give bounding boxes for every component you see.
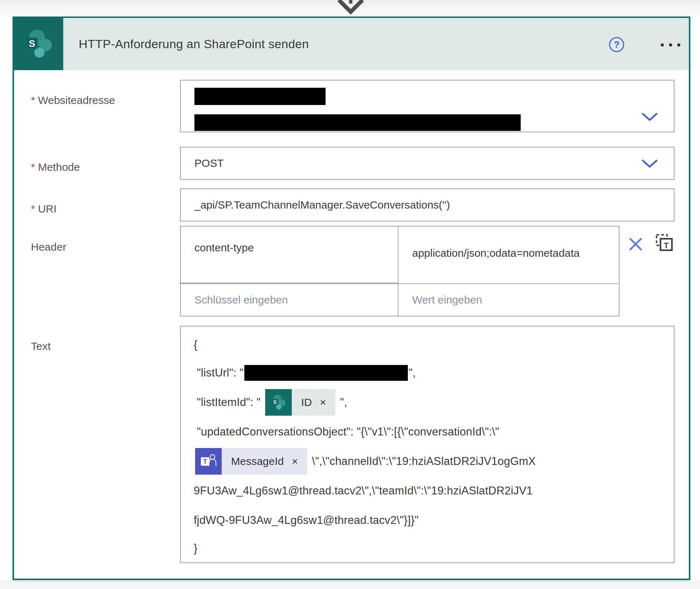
header-value-placeholder-input[interactable]: Wert eingeben xyxy=(399,283,618,316)
header-value-text: application/json;odata=nometadata xyxy=(412,242,580,265)
headers-table: content-type application/json;odata=nome… xyxy=(180,226,620,316)
teams-icon: T xyxy=(195,448,222,475)
body-line: { xyxy=(194,332,667,358)
svg-text:T: T xyxy=(203,458,207,465)
sharepoint-icon: S xyxy=(14,18,63,70)
body-line: "updatedConversationsObject": "{\"v1\":[… xyxy=(194,417,667,447)
svg-text:S: S xyxy=(29,38,35,49)
flow-designer-canvas: S HTTP-Anforderung an SharePoint senden … xyxy=(0,0,700,589)
headers-label: Header xyxy=(31,241,66,253)
sharepoint-icon: S xyxy=(265,389,292,416)
body-line: "listItemId": " S ID × xyxy=(194,388,667,417)
redacted-value-bar xyxy=(194,88,326,105)
delete-header-row-button[interactable] xyxy=(627,236,644,253)
remove-pill-icon[interactable]: × xyxy=(292,456,298,467)
chevron-down-icon[interactable] xyxy=(641,159,658,169)
ellipsis-menu-button[interactable] xyxy=(657,39,685,51)
svg-text:S: S xyxy=(273,399,276,405)
required-marker: * xyxy=(31,203,35,215)
body-text: "updatedConversationsObject": "{\"v1\":[… xyxy=(194,425,499,438)
redacted-value-bar xyxy=(194,114,521,131)
canvas-lower-strip xyxy=(0,580,700,589)
body-line: T MessageId × \",\"channelId\":\"19:hziA… xyxy=(194,447,667,476)
header-key-placeholder-input[interactable]: Schlüssel eingeben xyxy=(181,283,399,316)
action-card-http-request-sharepoint: S HTTP-Anforderung an SharePoint senden … xyxy=(13,17,690,580)
uri-input[interactable]: _api/SP.TeamChannelManager.SaveConversat… xyxy=(180,188,674,222)
ellipsis-icon xyxy=(661,44,664,46)
website-address-label: *Websiteadresse xyxy=(31,94,115,106)
action-title: HTTP-Anforderung an SharePoint senden xyxy=(79,18,309,70)
body-line: "listUrl": " ", xyxy=(194,358,667,388)
flow-connector-arrow-icon xyxy=(334,0,367,14)
remove-pill-icon[interactable]: × xyxy=(320,397,326,408)
body-text: "listItemId": " xyxy=(194,396,264,409)
dynamic-content-pill-sharepoint-id[interactable]: S ID × xyxy=(265,389,336,416)
method-value: POST xyxy=(194,157,224,169)
body-text: ", xyxy=(337,396,347,409)
dynamic-content-pill-teams-messageid[interactable]: T MessageId × xyxy=(195,448,307,475)
uri-value: _api/SP.TeamChannelManager.SaveConversat… xyxy=(194,199,450,211)
x-delete-icon xyxy=(627,236,644,252)
uri-label: *URI xyxy=(31,203,56,215)
body-line: 9FU3Aw_4Lg6sw1@thread.tacv2\",\"teamId\"… xyxy=(194,476,667,506)
help-button[interactable]: ? xyxy=(609,37,624,52)
body-text: \",\"channelId\":\"19:hziASlatDR2iJV1ogG… xyxy=(309,455,536,468)
header-key-input[interactable]: content-type xyxy=(181,227,399,283)
switch-to-text-mode-icon: T xyxy=(655,233,674,252)
body-line: } xyxy=(194,535,667,562)
svg-text:T: T xyxy=(664,241,669,250)
pill-label: MessageId xyxy=(231,455,284,467)
body-text: "listUrl": " xyxy=(194,366,244,379)
body-label: Text xyxy=(31,340,51,352)
header-value-input[interactable]: application/json;odata=nometadata xyxy=(399,227,618,283)
help-icon: ? xyxy=(614,40,620,49)
required-marker: * xyxy=(31,161,35,173)
action-card-header[interactable]: S HTTP-Anforderung an SharePoint senden … xyxy=(14,18,689,70)
body-input[interactable]: { "listUrl": " ", "listItemId": " xyxy=(180,326,674,563)
method-label: *Methode xyxy=(31,161,80,173)
required-marker: * xyxy=(31,94,35,106)
body-line: fjdWQ-9FU3Aw_4Lg6sw1@thread.tacv2\"}]}" xyxy=(194,506,667,535)
body-text: 9FU3Aw_4Lg6sw1@thread.tacv2\",\"teamId\"… xyxy=(194,484,533,497)
switch-to-text-mode-button[interactable]: T xyxy=(654,233,674,253)
pill-label: ID xyxy=(301,396,312,408)
website-address-input[interactable] xyxy=(180,80,674,132)
body-text: } xyxy=(194,542,198,555)
body-text: ", xyxy=(409,366,416,379)
chevron-down-icon[interactable] xyxy=(641,112,658,122)
method-dropdown[interactable]: POST xyxy=(180,147,674,180)
redacted-value-bar xyxy=(244,365,408,381)
body-text: fjdWQ-9FU3Aw_4Lg6sw1@thread.tacv2\"}]}" xyxy=(194,514,419,527)
body-text: { xyxy=(194,338,198,351)
